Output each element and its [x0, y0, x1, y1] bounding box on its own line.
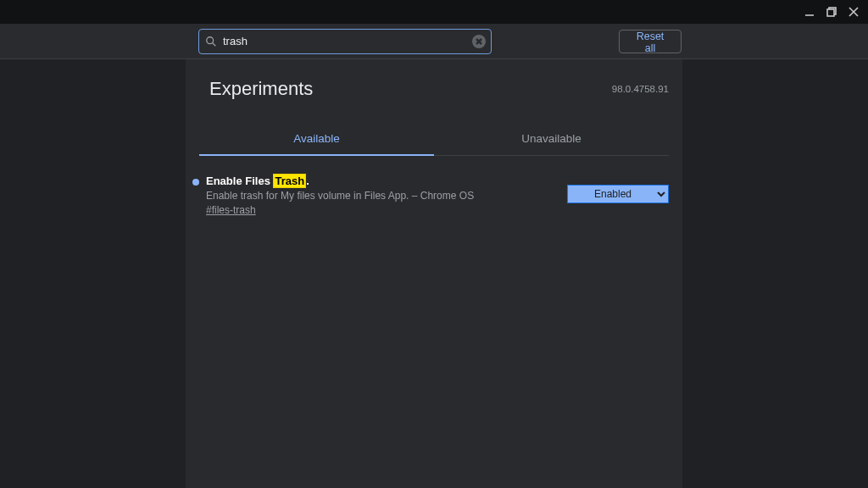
experiment-title-suffix: .: [306, 175, 309, 187]
close-icon[interactable]: [844, 3, 863, 21]
experiment-title-prefix: Enable Files: [206, 175, 273, 187]
experiment-hash-link[interactable]: #files-trash: [206, 204, 256, 216]
clear-search-icon[interactable]: [472, 35, 486, 48]
tabs: Available Unavailable: [199, 124, 669, 156]
search-icon: [204, 35, 218, 48]
svg-point-5: [207, 36, 214, 43]
toolbar: Reset all: [0, 24, 868, 59]
reset-all-button[interactable]: Reset all: [619, 30, 682, 53]
version-label: 98.0.4758.91: [612, 84, 669, 94]
experiment-description: Enable trash for My files volume in File…: [206, 190, 560, 202]
modified-dot-icon: [192, 179, 199, 186]
tab-unavailable[interactable]: Unavailable: [434, 124, 669, 155]
experiments-list: Enable Files Trash. Enable trash for My …: [186, 156, 682, 217]
search-box[interactable]: [198, 29, 492, 54]
search-input[interactable]: [218, 35, 472, 47]
main-content: Experiments 98.0.4758.91 Available Unava…: [186, 59, 682, 488]
window-controls-bar: [0, 0, 868, 24]
minimize-icon[interactable]: [800, 3, 819, 21]
experiment-title: Enable Files Trash.: [206, 175, 560, 187]
svg-line-6: [213, 42, 216, 46]
experiment-row: Enable Files Trash. Enable trash for My …: [192, 175, 669, 217]
experiment-title-highlight: Trash: [273, 174, 306, 188]
page-title: Experiments: [209, 78, 313, 100]
restore-icon[interactable]: [822, 3, 841, 21]
tab-available[interactable]: Available: [199, 124, 434, 155]
svg-rect-2: [827, 9, 834, 16]
experiment-state-select[interactable]: DefaultEnabledDisabled: [567, 185, 669, 203]
